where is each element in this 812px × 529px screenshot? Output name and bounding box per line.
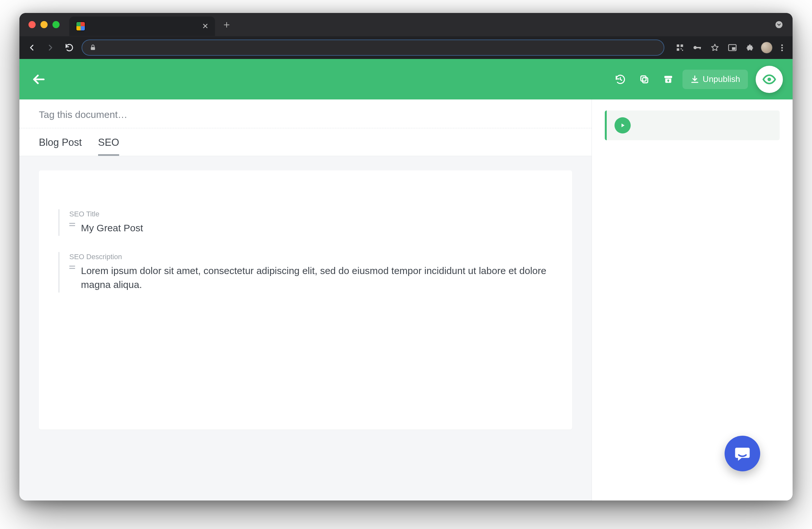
extensions-icon[interactable] [743, 41, 756, 54]
pip-icon[interactable] [726, 41, 739, 54]
tabs-row: Blog Post SEO [19, 128, 592, 156]
browser-reload-button[interactable] [63, 41, 76, 54]
main-column: Blog Post SEO SEO Title My Great Post [19, 99, 592, 500]
seo-description-value[interactable]: Lorem ipsum dolor sit amet, consectetur … [81, 264, 553, 292]
app-back-button[interactable] [19, 59, 58, 99]
svg-rect-11 [732, 47, 736, 50]
field-label: SEO Title [69, 210, 553, 218]
download-icon [690, 75, 699, 84]
browser-tab-active[interactable]: ✕ [69, 16, 215, 36]
key-icon[interactable] [691, 41, 704, 54]
chevron-down-circle-icon[interactable] [772, 18, 785, 31]
svg-rect-14 [664, 76, 672, 78]
tab-close-icon[interactable]: ✕ [202, 22, 208, 31]
tab-blog-post[interactable]: Blog Post [39, 137, 82, 156]
svg-point-7 [694, 46, 697, 49]
browser-toolbar [19, 36, 793, 59]
window-zoom-button[interactable] [53, 21, 60, 28]
browser-forward-button[interactable] [44, 41, 57, 54]
window-minimize-button[interactable] [41, 21, 47, 28]
tab-seo[interactable]: SEO [98, 137, 119, 156]
svg-point-0 [775, 21, 783, 28]
unpublish-label: Unpublish [702, 74, 740, 84]
tag-row [19, 99, 592, 128]
toolbar-right-icons [670, 41, 787, 54]
side-publish-card[interactable] [605, 111, 780, 140]
svg-rect-1 [91, 47, 95, 50]
address-bar-url [101, 40, 656, 55]
side-column [592, 99, 793, 500]
qr-icon[interactable] [673, 41, 686, 54]
tab-favicon-icon [76, 22, 86, 31]
field-label: SEO Description [69, 253, 553, 261]
content-row: Blog Post SEO SEO Title My Great Post [19, 99, 793, 500]
tag-document-input[interactable] [39, 109, 572, 120]
field-seo-description[interactable]: SEO Description Lorem ipsum dolor sit am… [58, 252, 553, 292]
chat-icon [734, 445, 751, 462]
new-tab-button[interactable]: ＋ [221, 17, 232, 32]
svg-rect-9 [700, 47, 701, 49]
eye-icon [762, 72, 777, 86]
svg-rect-4 [677, 48, 679, 51]
archive-button[interactable] [658, 70, 678, 89]
unpublish-button[interactable]: Unpublish [682, 70, 748, 89]
browser-window: ✕ ＋ [19, 13, 793, 500]
copy-button[interactable] [635, 70, 654, 89]
seo-title-value[interactable]: My Great Post [81, 221, 143, 235]
drag-handle-icon[interactable] [69, 266, 75, 269]
browser-menu-button[interactable] [777, 44, 787, 51]
field-seo-title[interactable]: SEO Title My Great Post [58, 209, 553, 236]
star-icon[interactable] [708, 41, 721, 54]
svg-rect-3 [681, 44, 683, 47]
svg-rect-5 [681, 48, 682, 49]
browser-back-button[interactable] [25, 41, 38, 54]
play-circle-icon [614, 117, 631, 133]
svg-rect-6 [682, 50, 683, 51]
lock-icon [89, 44, 97, 51]
window-close-button[interactable] [29, 21, 35, 28]
svg-rect-2 [677, 44, 679, 47]
app-viewport: Unpublish Blog Post SEO [19, 59, 793, 500]
svg-rect-12 [643, 77, 648, 83]
profile-avatar[interactable] [761, 42, 772, 54]
editor-area: SEO Title My Great Post SEO Description [19, 156, 592, 500]
svg-rect-13 [641, 76, 646, 81]
app-header: Unpublish [19, 59, 793, 99]
window-controls [19, 21, 69, 28]
editor-card: SEO Title My Great Post SEO Description [39, 170, 572, 430]
drag-handle-icon[interactable] [69, 223, 75, 226]
preview-button[interactable] [756, 66, 783, 93]
history-button[interactable] [611, 70, 630, 89]
svg-point-15 [768, 77, 771, 81]
intercom-chat-button[interactable] [725, 436, 760, 471]
address-bar[interactable] [82, 40, 664, 56]
browser-tabbar: ✕ ＋ [19, 13, 793, 36]
